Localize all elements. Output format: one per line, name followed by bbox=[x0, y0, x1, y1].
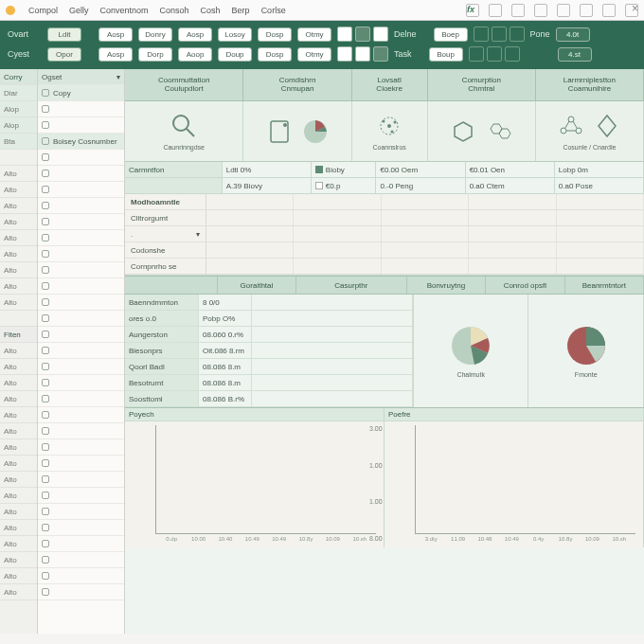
rail-cell[interactable]: Alto bbox=[0, 456, 37, 472]
fx-icon[interactable]: fx bbox=[466, 4, 479, 17]
expand-icon[interactable] bbox=[42, 186, 49, 193]
toolbar-icon[interactable] bbox=[534, 4, 547, 17]
expand-icon[interactable] bbox=[42, 202, 49, 209]
ribbon-button[interactable]: Aoop bbox=[178, 47, 212, 62]
rail-cell[interactable]: Alto bbox=[0, 295, 37, 311]
rail-cell[interactable]: Alto bbox=[0, 278, 37, 295]
tree-row[interactable]: Copy bbox=[38, 85, 124, 101]
tree-row[interactable]: Boisey Cosnumber bbox=[38, 134, 124, 150]
tree-row[interactable] bbox=[38, 536, 124, 552]
tree-row[interactable] bbox=[38, 375, 124, 391]
menu-item[interactable]: Cosh bbox=[201, 6, 221, 15]
toolbar-icon[interactable] bbox=[489, 4, 502, 17]
toolbar-icon[interactable] bbox=[557, 4, 570, 17]
rail-cell[interactable]: Alto bbox=[0, 230, 37, 246]
expand-icon[interactable] bbox=[42, 282, 49, 290]
tile[interactable] bbox=[428, 101, 536, 161]
ribbon-button[interactable]: Opor bbox=[47, 47, 81, 62]
rail-cell[interactable]: Diar bbox=[0, 85, 37, 101]
ribbon-button[interactable]: Aosp bbox=[178, 27, 212, 42]
expand-icon[interactable] bbox=[42, 492, 49, 499]
swatch-icon[interactable] bbox=[337, 46, 352, 62]
rail-cell[interactable]: Alto bbox=[0, 407, 37, 423]
rail-cell[interactable]: Alop bbox=[0, 117, 37, 134]
expand-icon[interactable] bbox=[42, 298, 49, 306]
tile[interactable]: Coannslros bbox=[352, 101, 428, 161]
expand-icon[interactable] bbox=[42, 508, 49, 515]
menu-item[interactable]: Compol bbox=[28, 6, 58, 15]
ribbon-button[interactable]: Ldit bbox=[47, 27, 81, 42]
tree-row[interactable] bbox=[38, 262, 124, 278]
swatch-icon[interactable] bbox=[355, 27, 370, 42]
tree-row[interactable] bbox=[38, 520, 124, 536]
ribbon-button[interactable]: Aosp bbox=[98, 27, 133, 42]
tree-row[interactable] bbox=[38, 488, 124, 504]
tree-row[interactable] bbox=[38, 246, 124, 262]
rail-cell[interactable]: Alto bbox=[0, 343, 37, 359]
tree-row[interactable] bbox=[38, 230, 124, 246]
ribbon-button[interactable]: 4.st bbox=[558, 47, 592, 62]
ribbon-button[interactable]: Losoy bbox=[218, 27, 252, 42]
align-icon[interactable] bbox=[487, 46, 502, 62]
tree-row[interactable] bbox=[38, 214, 124, 230]
rail-cell[interactable]: Alto bbox=[0, 584, 37, 600]
expand-icon[interactable] bbox=[42, 427, 49, 435]
rail-cell[interactable]: Alto bbox=[0, 488, 37, 504]
rail-cell[interactable]: Alto bbox=[0, 423, 37, 439]
rail-cell[interactable]: Alto bbox=[0, 214, 37, 230]
expand-icon[interactable] bbox=[42, 347, 49, 354]
toolbar-icon[interactable] bbox=[580, 4, 593, 17]
swatch-icon[interactable] bbox=[355, 46, 370, 62]
tree-row[interactable] bbox=[38, 423, 124, 439]
rail-cell[interactable]: Alto bbox=[0, 552, 37, 568]
menu-item[interactable]: Consoh bbox=[160, 6, 189, 15]
align-icon[interactable] bbox=[469, 46, 484, 62]
rail-cell[interactable]: Alto bbox=[0, 520, 37, 536]
rail-cell[interactable]: Bta bbox=[0, 134, 37, 150]
expand-icon[interactable] bbox=[42, 234, 49, 242]
ribbon-button[interactable]: Doup bbox=[218, 47, 252, 62]
expand-icon[interactable] bbox=[42, 572, 49, 580]
rail-cell[interactable] bbox=[0, 150, 37, 166]
tree-row[interactable] bbox=[38, 198, 124, 214]
expand-icon[interactable] bbox=[42, 121, 49, 129]
align-icon[interactable] bbox=[474, 27, 489, 42]
swatch-icon[interactable] bbox=[337, 27, 352, 42]
expand-icon[interactable] bbox=[42, 556, 49, 564]
tree-row[interactable] bbox=[38, 407, 124, 423]
menu-item[interactable]: Gelly bbox=[69, 6, 89, 15]
tree-row[interactable] bbox=[38, 391, 124, 407]
ribbon-button[interactable]: Dorp bbox=[138, 47, 172, 62]
expand-icon[interactable] bbox=[42, 89, 49, 97]
tree-row[interactable] bbox=[38, 182, 124, 198]
align-icon[interactable] bbox=[492, 27, 507, 42]
rail-cell[interactable]: Alto bbox=[0, 246, 37, 262]
ribbon-button[interactable]: 4.0t bbox=[556, 27, 590, 42]
tree-row[interactable] bbox=[38, 295, 124, 311]
ribbon-button[interactable]: Boup bbox=[429, 47, 463, 62]
tree-row[interactable] bbox=[38, 439, 124, 456]
expand-icon[interactable] bbox=[42, 105, 49, 113]
tile[interactable]: Caunrinngdse bbox=[125, 101, 243, 161]
expand-icon[interactable] bbox=[42, 266, 49, 274]
tree-row[interactable] bbox=[38, 117, 124, 134]
ribbon-button[interactable]: Boep bbox=[434, 27, 468, 42]
expand-icon[interactable] bbox=[42, 170, 49, 177]
rail-cell[interactable]: Alto bbox=[0, 262, 37, 278]
rail-cell[interactable]: Alto bbox=[0, 359, 37, 375]
tree-row[interactable] bbox=[38, 568, 124, 584]
tree-row[interactable] bbox=[38, 552, 124, 568]
expand-icon[interactable] bbox=[42, 218, 49, 225]
rail-cell[interactable]: Alto bbox=[0, 536, 37, 552]
ribbon-button[interactable]: Otmy bbox=[297, 47, 331, 62]
rail-cell[interactable]: Alop bbox=[0, 101, 37, 117]
close-icon[interactable]: × bbox=[632, 2, 638, 15]
expand-icon[interactable] bbox=[42, 475, 49, 483]
rail-cell[interactable]: Alto bbox=[0, 182, 37, 198]
tree-row[interactable] bbox=[38, 472, 124, 488]
rail-cell[interactable]: Alto bbox=[0, 439, 37, 456]
tree-row[interactable] bbox=[38, 101, 124, 117]
rail-cell[interactable]: Alto bbox=[0, 504, 37, 520]
tree-row[interactable] bbox=[38, 327, 124, 343]
rail-cell[interactable]: Alto bbox=[0, 391, 37, 407]
